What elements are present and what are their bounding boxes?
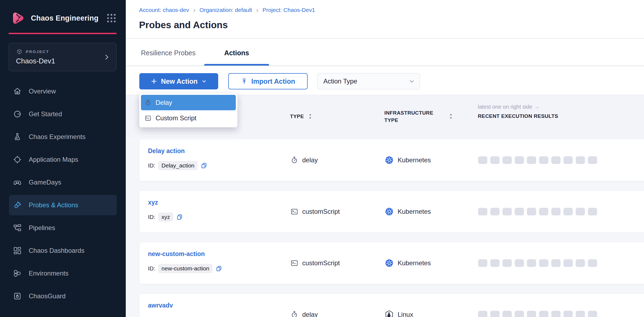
stopwatch-icon [290,156,298,164]
get-started-icon [13,110,22,118]
sidebar-item-label: Environments [29,270,69,277]
new-action-menu: Delay Custom Script [139,93,237,127]
sort-icon[interactable] [308,113,312,120]
sidebar-item-chaos-experiments[interactable]: Chaos Experiments [9,127,117,147]
results-note: latest one on right side → [478,104,558,110]
chevron-down-icon [201,78,207,84]
id-value-pill: new-custom-action [158,264,212,273]
project-selector[interactable]: PROJECT Chaos-Dev1 [9,43,117,71]
execution-result-placeholder [539,311,548,317]
sidebar-item-application-maps[interactable]: Application Maps [9,149,117,170]
chevron-right-icon [103,53,110,61]
new-action-button[interactable]: New Action [139,73,218,89]
infrastructure-value: Kubernetes [398,156,431,164]
id-label: ID: [148,162,155,169]
new-action-button-label: New Action [161,77,198,85]
action-type-cell: delay [290,156,318,164]
terminal-icon [290,208,298,216]
sidebar-item-environments[interactable]: Environments [9,263,117,284]
breadcrumb-link-account[interactable]: Account: chaos-dev [139,7,189,13]
sidebar-item-label: Overview [29,88,56,95]
sidebar-item-gamedays[interactable]: GameDays [9,172,117,193]
execution-result-placeholder [503,208,512,215]
action-type-value: customScript [302,259,340,267]
table-row: awrvadv delay Linux [139,293,644,317]
linux-icon [385,310,394,317]
action-type-cell: delay [290,310,318,317]
project-label: PROJECT [26,49,49,54]
chaos-engineering-logo-icon [10,10,25,26]
main-content: Account: chaos-dev›Organization: default… [126,0,644,317]
home-icon [13,87,22,96]
module-switcher-grid-icon[interactable] [106,13,117,23]
breadcrumb-link-project[interactable]: Project: Chaos-Dev1 [263,7,315,13]
action-name-link[interactable]: xyz [148,199,183,206]
execution-result-placeholder [490,311,500,317]
sort-icon[interactable] [449,113,453,120]
shield-lock-icon [13,292,22,300]
environments-icon [13,269,22,278]
execution-result-placeholder [478,156,487,164]
menu-item-custom-script[interactable]: Custom Script [141,110,236,126]
sidebar-item-label: Pipelines [29,224,55,232]
action-name-cell: xyz ID: xyz [148,191,183,222]
action-name-link[interactable]: new-custom-action [148,250,222,258]
execution-result-placeholder [564,259,573,267]
execution-result-placeholder [527,311,536,317]
action-id-row: ID: new-custom-action [148,264,222,273]
action-type-filter[interactable]: Action Type [317,73,420,89]
infrastructure-column-header: INFRASTRUCTURE TYPE [384,95,453,138]
sidebar-item-label: GameDays [29,179,61,186]
table-body: Delay action ID: Delay_action delay Kube… [126,137,644,317]
execution-result-placeholders [478,156,597,164]
id-value-pill: Delay_action [158,161,198,170]
sidebar-item-chaosguard[interactable]: ChaosGuard [9,286,117,306]
kubernetes-icon [385,156,394,165]
action-name-cell: awrvadv [148,294,173,309]
breadcrumb: Account: chaos-dev›Organization: default… [139,7,315,14]
gamepad-icon [13,178,22,187]
type-column-header-label: TYPE [290,114,304,119]
results-column-header: latest one on right side → RECENT EXECUT… [478,104,558,119]
execution-result-placeholder [551,259,561,267]
import-action-button-label: Import Action [251,77,295,85]
tab-actions[interactable]: Actions [204,49,269,57]
results-column-header-label: RECENT EXECUTION RESULTS [478,113,558,119]
table-row: Delay action ID: Delay_action delay Kube… [139,139,644,181]
sidebar-item-chaos-dashboards[interactable]: Chaos Dashboards [9,240,117,261]
menu-item-label: Delay [156,99,172,106]
copy-icon[interactable] [215,265,222,272]
sidebar-item-probes-actions[interactable]: Probes & Actions [9,195,117,215]
copy-icon[interactable] [201,162,207,169]
execution-result-placeholder [551,208,561,215]
execution-result-placeholder [576,156,585,164]
target-icon [13,155,22,164]
stopwatch-icon [290,310,298,317]
execution-result-placeholder [576,208,585,215]
execution-result-placeholder [527,156,536,164]
recent-execution-results-cell [478,259,597,267]
execution-result-placeholder [490,208,500,215]
copy-icon[interactable] [176,214,183,221]
execution-result-placeholder [564,156,573,164]
sidebar: Chaos Engineering PROJECT Chaos-Dev1 Ove… [0,0,126,317]
action-type-value: delay [302,156,318,164]
type-column-header: TYPE [290,95,312,138]
menu-item-label: Custom Script [156,114,197,122]
tabs-divider [126,66,644,66]
menu-item-delay[interactable]: Delay [141,95,236,110]
action-type-filter-value: Action Type [323,77,357,85]
action-name-link[interactable]: awrvadv [148,302,173,309]
infrastructure-value: Kubernetes [398,208,431,215]
sidebar-item-overview[interactable]: Overview [9,81,117,102]
table-row: new-custom-action ID: new-custom-action … [139,242,644,284]
import-action-button[interactable]: Import Action [228,73,308,89]
breadcrumb-link-organization[interactable]: Organization: default [199,7,252,13]
action-name-link[interactable]: Delay action [148,147,207,155]
tab-resilience-probes[interactable]: Resilience Probes [141,49,196,57]
sidebar-item-label: ChaosGuard [29,292,66,300]
kubernetes-icon [385,207,394,216]
sidebar-item-get-started[interactable]: Get Started [9,104,117,124]
sidebar-item-pipelines[interactable]: Pipelines [9,218,117,238]
upload-icon [241,78,248,85]
